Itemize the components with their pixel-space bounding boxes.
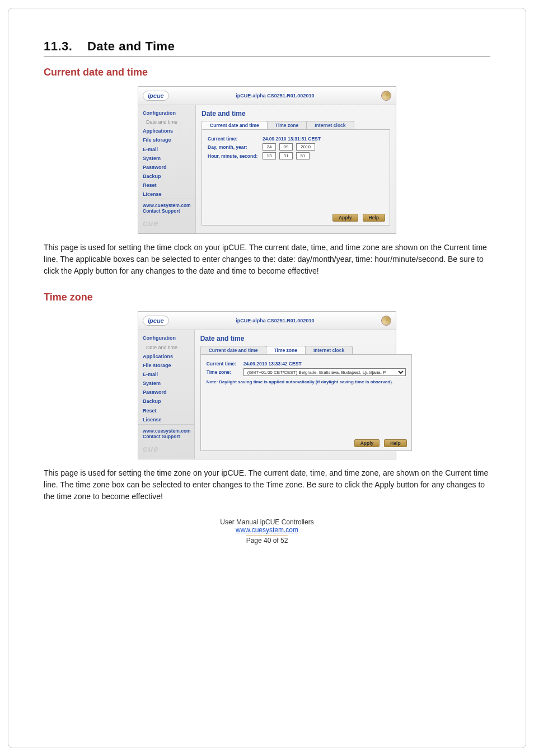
- page-footer: User Manual ipCUE Controllers www.cuesys…: [44, 518, 490, 544]
- cue-brand-logo: cue: [143, 218, 192, 228]
- month-input[interactable]: [279, 143, 293, 151]
- device-id: ipCUE-alpha CS0251.R01.002010: [169, 93, 381, 98]
- tab-pane-2: Current time: 24.09.2010 13:33:42 CEST T…: [200, 354, 412, 450]
- help-button-2[interactable]: Help: [384, 439, 406, 447]
- ipcue-logo-2: ipcue: [143, 316, 169, 326]
- sidebar-link-support[interactable]: Contact Support: [143, 208, 192, 214]
- sidebar-item-license[interactable]: License: [138, 190, 195, 199]
- section-number: 11.3.: [44, 39, 72, 53]
- edit-icon-2[interactable]: [381, 316, 391, 326]
- sidebar-item-license-2[interactable]: License: [138, 415, 194, 424]
- footer-page-number: Page 40 of 52: [246, 535, 288, 544]
- subheading-current-date-time: Current date and time: [44, 67, 490, 78]
- edit-icon[interactable]: [381, 91, 391, 101]
- sidebar-link-site-2[interactable]: www.cuesystem.com: [143, 428, 191, 434]
- apply-button[interactable]: Apply: [332, 214, 358, 222]
- screenshot-time-zone: ipcue ipCUE-alpha CS0251.R01.002010 Conf…: [138, 311, 396, 459]
- time-zone-label: Time zone:: [207, 369, 240, 375]
- sidebar-item-backup-2[interactable]: Backup: [138, 397, 194, 406]
- sidebar-link-site[interactable]: www.cuesystem.com: [143, 203, 192, 208]
- sidebar-item-system-2[interactable]: System: [138, 379, 194, 388]
- tab-current-date-and-time[interactable]: Current date and time: [202, 121, 268, 129]
- footer-link[interactable]: www.cuesystem.com: [236, 526, 298, 534]
- time-zone-select[interactable]: (GMT+01:00 CET/CEST) Belgrade, Bratislav…: [243, 368, 406, 376]
- tab-internet-clock-2[interactable]: Internet clock: [305, 346, 353, 354]
- subheading-time-zone: Time zone: [44, 292, 490, 303]
- sidebar-2: Configuration Date and time Applications…: [138, 330, 195, 458]
- sidebar-item-email-2[interactable]: E-mail: [138, 370, 194, 379]
- cue-brand-logo-2: cue: [143, 444, 191, 453]
- sidebar-item-file-storage-2[interactable]: File storage: [138, 361, 194, 370]
- current-time-value-2: 24.09.2010 13:33:42 CEST: [243, 361, 302, 367]
- second-input[interactable]: [296, 152, 310, 159]
- panel-title: Date and time: [202, 110, 390, 118]
- year-input[interactable]: [296, 143, 315, 151]
- sidebar-item-date-and-time[interactable]: Date and time: [138, 118, 195, 126]
- hour-input[interactable]: [263, 152, 276, 159]
- time-row-label: Hour, minute, second:: [208, 153, 259, 159]
- sidebar-item-configuration-2[interactable]: Configuration: [138, 334, 194, 342]
- sidebar-link-support-2[interactable]: Contact Support: [143, 434, 191, 439]
- sidebar: Configuration Date and time Applications…: [138, 105, 196, 233]
- tab-pane: Current time: 24.09.2010 13:31:51 CEST D…: [202, 129, 390, 226]
- help-button[interactable]: Help: [363, 214, 385, 222]
- daylight-saving-note: Note: Daylight saving time is applied au…: [207, 379, 406, 384]
- tab-internet-clock[interactable]: Internet clock: [306, 121, 354, 129]
- panel-title-2: Date and time: [200, 335, 412, 342]
- tab-time-zone-2[interactable]: Time zone: [266, 346, 306, 354]
- ipcue-logo: ipcue: [143, 91, 169, 101]
- sidebar-item-applications[interactable]: Applications: [138, 126, 195, 135]
- sidebar-item-email[interactable]: E-mail: [138, 145, 195, 154]
- sidebar-item-system[interactable]: System: [138, 154, 195, 163]
- apply-button-2[interactable]: Apply: [354, 439, 380, 447]
- sidebar-item-configuration[interactable]: Configuration: [138, 109, 195, 118]
- screenshot-header-2: ipcue ipCUE-alpha CS0251.R01.002010: [138, 312, 396, 330]
- sidebar-item-password-2[interactable]: Password: [138, 388, 194, 397]
- device-id-2: ipCUE-alpha CS0251.R01.002010: [169, 318, 381, 323]
- footer-title: User Manual ipCUE Controllers: [44, 518, 490, 526]
- sidebar-item-backup[interactable]: Backup: [138, 172, 195, 181]
- sidebar-item-date-and-time-2[interactable]: Date and time: [138, 343, 194, 352]
- tab-current-date-and-time-2[interactable]: Current date and time: [200, 346, 266, 354]
- sidebar-item-file-storage[interactable]: File storage: [138, 135, 195, 144]
- current-time-label: Current time:: [208, 136, 259, 142]
- paragraph-time-zone: This page is used for setting the time z…: [44, 467, 490, 503]
- paragraph-current-date-time: This page is used for setting the time c…: [44, 242, 490, 277]
- sidebar-item-password[interactable]: Password: [138, 163, 195, 172]
- day-input[interactable]: [263, 143, 276, 151]
- date-row-label: Day, month, year:: [208, 144, 259, 150]
- screenshot-current-date-time: ipcue ipCUE-alpha CS0251.R01.002010 Conf…: [138, 86, 396, 234]
- section-heading: 11.3. Date and Time: [44, 39, 490, 57]
- current-time-label-2: Current time:: [207, 361, 240, 367]
- minute-input[interactable]: [279, 152, 293, 159]
- screenshot-header: ipcue ipCUE-alpha CS0251.R01.002010: [138, 87, 396, 105]
- tab-time-zone[interactable]: Time zone: [267, 121, 307, 129]
- sidebar-item-reset[interactable]: Reset: [138, 181, 195, 190]
- sidebar-item-applications-2[interactable]: Applications: [138, 352, 194, 361]
- section-title: Date and Time: [87, 39, 175, 53]
- sidebar-item-reset-2[interactable]: Reset: [138, 406, 194, 415]
- current-time-value: 24.09.2010 13:31:51 CEST: [263, 136, 321, 142]
